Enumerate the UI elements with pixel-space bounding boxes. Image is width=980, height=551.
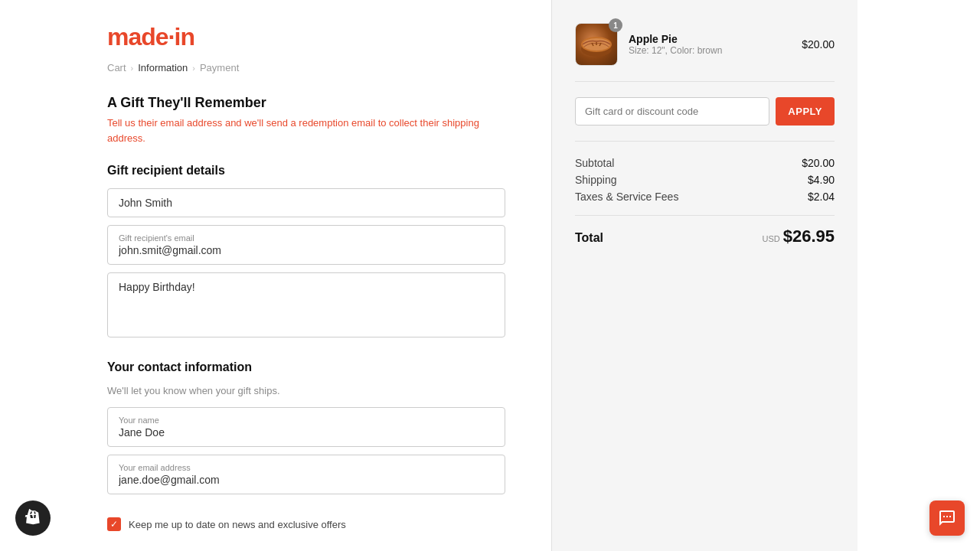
- recipient-email-input[interactable]: [119, 244, 494, 256]
- breadcrumb: Cart › Information › Payment: [107, 62, 505, 73]
- contact-name-label: Your name: [119, 416, 494, 425]
- grand-total-row: Total USD $26.95: [575, 227, 835, 246]
- gift-title: A Gift They'll Remember: [107, 95, 505, 111]
- product-price: $20.00: [802, 38, 835, 51]
- recipient-message-wrapper: Happy Birthday!: [107, 272, 505, 337]
- recipient-fields: Gift recipient's email Happy Birthday!: [107, 188, 505, 337]
- breadcrumb-payment[interactable]: Payment: [200, 62, 239, 73]
- brand-logo[interactable]: made·in: [107, 23, 505, 51]
- contact-desc: We'll let you know when your gift ships.: [107, 385, 505, 396]
- contact-email-label: Your email address: [119, 463, 494, 472]
- gift-description: Tell us their email address and we'll se…: [107, 116, 505, 145]
- contact-name-wrapper: Your name: [107, 407, 505, 447]
- chevron-icon-2: ›: [192, 64, 195, 73]
- chat-button[interactable]: [929, 500, 965, 536]
- contact-section: Your contact information We'll let you k…: [107, 360, 505, 531]
- subtotal-row: Subtotal $20.00: [575, 157, 835, 169]
- product-variant: Size: 12", Color: brown: [629, 45, 791, 56]
- grand-total-currency: USD: [762, 234, 779, 243]
- taxes-row: Taxes & Service Fees $2.04: [575, 191, 835, 203]
- recipient-email-wrapper: Gift recipient's email: [107, 225, 505, 265]
- svg-rect-7: [946, 516, 948, 517]
- contact-email-input[interactable]: [119, 474, 494, 486]
- shopify-icon: [23, 508, 43, 528]
- newsletter-checkbox[interactable]: [107, 517, 121, 531]
- shipping-label: Shipping: [575, 174, 617, 186]
- contact-section-title: Your contact information: [107, 360, 505, 374]
- recipient-section: Gift recipient details Gift recipient's …: [107, 164, 505, 337]
- contact-email-wrapper: Your email address: [107, 455, 505, 494]
- product-image-wrap: 1: [575, 23, 618, 66]
- grand-total-value: $26.95: [783, 227, 835, 246]
- grand-total-label: Total: [575, 231, 603, 245]
- shipping-row: Shipping $4.90: [575, 174, 835, 186]
- subtotal-label: Subtotal: [575, 157, 614, 169]
- recipient-name-wrapper: [107, 188, 505, 217]
- taxes-label: Taxes & Service Fees: [575, 191, 678, 203]
- contact-fields: Your name Your email address: [107, 407, 505, 494]
- product-name: Apple Pie: [629, 33, 791, 45]
- order-summary: 1 Apple Pie Size: 12", Color: brown $20.…: [551, 0, 858, 551]
- discount-row: APPLY: [575, 97, 835, 142]
- svg-rect-8: [949, 516, 951, 517]
- breadcrumb-information[interactable]: Information: [138, 62, 188, 73]
- subtotal-value: $20.00: [802, 157, 835, 169]
- recipient-message-input[interactable]: Happy Birthday!: [119, 281, 494, 327]
- order-totals: Subtotal $20.00 Shipping $4.90 Taxes & S…: [575, 157, 835, 203]
- apply-discount-button[interactable]: APPLY: [776, 97, 835, 126]
- recipient-email-label: Gift recipient's email: [119, 233, 494, 243]
- shipping-value: $4.90: [808, 174, 835, 186]
- contact-name-input[interactable]: [119, 426, 494, 439]
- chevron-icon-1: ›: [131, 64, 134, 73]
- newsletter-label: Keep me up to date on news and exclusive…: [129, 519, 346, 530]
- totals-divider: [575, 215, 835, 216]
- taxes-value: $2.04: [808, 191, 835, 203]
- discount-input[interactable]: [575, 97, 769, 126]
- breadcrumb-cart[interactable]: Cart: [107, 62, 126, 73]
- svg-rect-6: [943, 516, 945, 517]
- product-quantity-badge: 1: [609, 18, 622, 32]
- newsletter-row[interactable]: Keep me up to date on news and exclusive…: [107, 517, 505, 531]
- recipient-section-title: Gift recipient details: [107, 164, 505, 178]
- product-row: 1 Apple Pie Size: 12", Color: brown $20.…: [575, 23, 835, 82]
- product-image-svg: [578, 26, 615, 63]
- shopify-button[interactable]: [15, 500, 51, 536]
- chat-icon: [938, 509, 956, 527]
- recipient-name-input[interactable]: [119, 197, 494, 209]
